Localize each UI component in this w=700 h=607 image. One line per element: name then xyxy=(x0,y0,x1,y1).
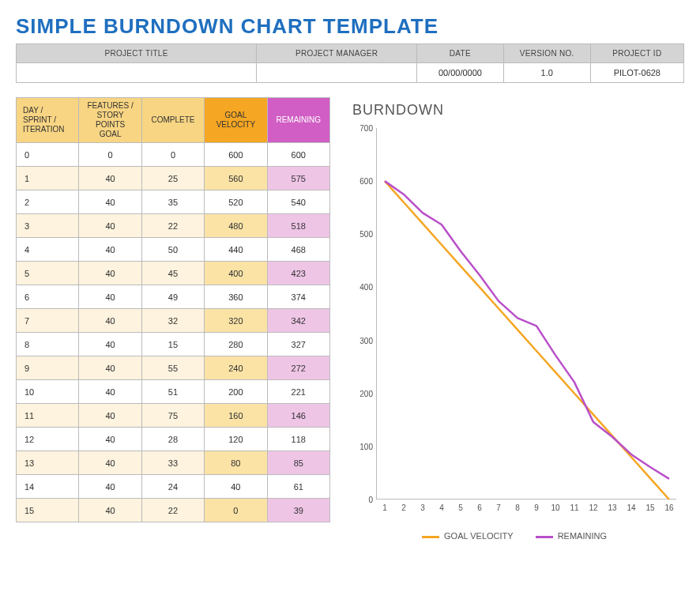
cell-day[interactable]: 8 xyxy=(17,333,79,356)
cell-day[interactable]: 4 xyxy=(17,238,79,262)
cell-day[interactable]: 13 xyxy=(17,451,79,475)
project-date-header: DATE xyxy=(416,44,503,63)
legend-velocity: GOAL VELOCITY xyxy=(422,531,514,541)
cell-remaining[interactable]: 468 xyxy=(267,238,329,262)
cell-complete[interactable]: 22 xyxy=(141,499,204,522)
cell-goal[interactable]: 40 xyxy=(79,333,141,356)
cell-day[interactable]: 3 xyxy=(17,214,79,238)
cell-velocity[interactable]: 0 xyxy=(205,499,267,522)
cell-velocity[interactable]: 40 xyxy=(205,475,267,499)
chart-series-line xyxy=(385,181,669,479)
cell-day[interactable]: 7 xyxy=(17,309,79,333)
cell-complete[interactable]: 25 xyxy=(141,167,204,190)
cell-velocity[interactable]: 240 xyxy=(205,356,267,380)
cell-goal[interactable]: 40 xyxy=(79,428,141,451)
cell-velocity[interactable]: 80 xyxy=(205,451,267,475)
cell-goal[interactable]: 40 xyxy=(79,380,141,404)
cell-remaining[interactable]: 39 xyxy=(267,499,329,522)
table-row: 64049360374 xyxy=(17,285,330,309)
x-tick-label: 8 xyxy=(515,503,520,512)
cell-remaining[interactable]: 118 xyxy=(267,428,329,451)
cell-day[interactable]: 15 xyxy=(17,499,79,522)
cell-complete[interactable]: 22 xyxy=(141,214,204,238)
cell-goal[interactable]: 40 xyxy=(79,285,141,309)
cell-remaining[interactable]: 600 xyxy=(267,143,329,167)
cell-goal[interactable]: 40 xyxy=(79,238,141,262)
cell-goal[interactable]: 40 xyxy=(79,356,141,380)
project-version-value[interactable]: 1.0 xyxy=(503,63,590,83)
cell-remaining[interactable]: 575 xyxy=(267,167,329,190)
x-tick-label: 2 xyxy=(401,503,406,512)
cell-day[interactable]: 2 xyxy=(17,190,79,214)
cell-day[interactable]: 12 xyxy=(17,428,79,451)
cell-remaining[interactable]: 342 xyxy=(267,309,329,333)
cell-complete[interactable]: 49 xyxy=(141,285,204,309)
cell-remaining[interactable]: 540 xyxy=(267,190,329,214)
cell-remaining[interactable]: 272 xyxy=(267,356,329,380)
cell-complete[interactable]: 28 xyxy=(141,428,204,451)
cell-velocity[interactable]: 280 xyxy=(205,333,267,356)
cell-complete[interactable]: 32 xyxy=(141,309,204,333)
cell-remaining[interactable]: 518 xyxy=(267,214,329,238)
cell-goal[interactable]: 40 xyxy=(79,451,141,475)
cell-day[interactable]: 0 xyxy=(17,143,79,167)
cell-day[interactable]: 6 xyxy=(17,285,79,309)
cell-day[interactable]: 14 xyxy=(17,475,79,499)
cell-velocity[interactable]: 160 xyxy=(205,404,267,428)
project-id-value[interactable]: PILOT-0628 xyxy=(590,63,683,83)
cell-remaining[interactable]: 85 xyxy=(267,451,329,475)
cell-velocity[interactable]: 480 xyxy=(205,214,267,238)
table-row: 54045400423 xyxy=(17,262,330,285)
cell-velocity[interactable]: 560 xyxy=(205,167,267,190)
cell-day[interactable]: 11 xyxy=(17,404,79,428)
project-date-value[interactable]: 00/00/0000 xyxy=(416,63,503,83)
cell-complete[interactable]: 0 xyxy=(141,143,204,167)
cell-remaining[interactable]: 374 xyxy=(267,285,329,309)
x-tick-label: 13 xyxy=(608,503,616,512)
cell-complete[interactable]: 15 xyxy=(141,333,204,356)
cell-complete[interactable]: 45 xyxy=(141,262,204,285)
cell-day[interactable]: 5 xyxy=(17,262,79,285)
cell-goal[interactable]: 0 xyxy=(79,143,141,167)
cell-day[interactable]: 1 xyxy=(17,167,79,190)
table-row: 24035520540 xyxy=(17,190,330,214)
cell-complete[interactable]: 50 xyxy=(141,238,204,262)
cell-remaining[interactable]: 146 xyxy=(267,404,329,428)
cell-complete[interactable]: 24 xyxy=(141,475,204,499)
cell-complete[interactable]: 55 xyxy=(141,356,204,380)
cell-velocity[interactable]: 200 xyxy=(205,380,267,404)
cell-remaining[interactable]: 221 xyxy=(267,380,329,404)
cell-velocity[interactable]: 600 xyxy=(205,143,267,167)
cell-goal[interactable]: 40 xyxy=(79,190,141,214)
cell-complete[interactable]: 35 xyxy=(141,190,204,214)
project-manager-value[interactable] xyxy=(257,63,417,83)
cell-velocity[interactable]: 400 xyxy=(205,262,267,285)
cell-goal[interactable]: 40 xyxy=(79,262,141,285)
cell-velocity[interactable]: 440 xyxy=(205,238,267,262)
cell-day[interactable]: 10 xyxy=(17,380,79,404)
y-tick-label: 300 xyxy=(344,336,373,345)
project-id-header: PROJECT ID xyxy=(590,44,683,63)
cell-day[interactable]: 9 xyxy=(17,356,79,380)
x-tick-label: 1 xyxy=(382,503,387,512)
cell-goal[interactable]: 40 xyxy=(79,475,141,499)
cell-velocity[interactable]: 320 xyxy=(205,309,267,333)
cell-remaining[interactable]: 61 xyxy=(267,475,329,499)
cell-complete[interactable]: 33 xyxy=(141,451,204,475)
cell-goal[interactable]: 40 xyxy=(79,499,141,522)
cell-complete[interactable]: 51 xyxy=(141,380,204,404)
x-tick-label: 10 xyxy=(551,503,559,512)
cell-remaining[interactable]: 423 xyxy=(267,262,329,285)
cell-remaining[interactable]: 327 xyxy=(267,333,329,356)
cell-velocity[interactable]: 120 xyxy=(205,428,267,451)
cell-goal[interactable]: 40 xyxy=(79,404,141,428)
table-row: 1440244061 xyxy=(17,475,330,499)
cell-goal[interactable]: 40 xyxy=(79,167,141,190)
cell-goal[interactable]: 40 xyxy=(79,214,141,238)
cell-complete[interactable]: 75 xyxy=(141,404,204,428)
cell-goal[interactable]: 40 xyxy=(79,309,141,333)
project-title-value[interactable] xyxy=(17,63,257,83)
cell-velocity[interactable]: 520 xyxy=(205,190,267,214)
cell-velocity[interactable]: 360 xyxy=(205,285,267,309)
y-tick-label: 600 xyxy=(344,177,373,186)
